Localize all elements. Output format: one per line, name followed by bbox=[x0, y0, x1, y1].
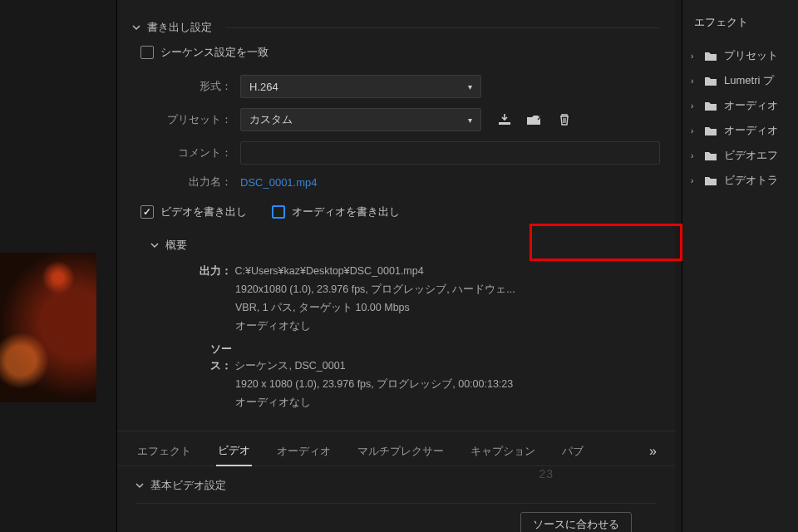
output-detail-2: VBR, 1 パス, ターゲット 10.00 Mbps bbox=[192, 299, 660, 316]
format-value: H.264 bbox=[249, 81, 278, 93]
summary-title: 概要 bbox=[165, 238, 187, 253]
folder-icon bbox=[704, 50, 717, 62]
export-settings-header[interactable]: 書き出し設定 bbox=[132, 20, 660, 35]
chevron-down-icon bbox=[132, 23, 140, 32]
tree-item-lumetri[interactable]: › Lumetri プ bbox=[682, 68, 798, 93]
chevron-right-icon: › bbox=[691, 101, 697, 111]
format-label: 形式： bbox=[132, 79, 240, 94]
tab-audio[interactable]: オーディオ bbox=[275, 437, 332, 466]
chevron-right-icon: › bbox=[691, 151, 697, 160]
export-video-checkbox[interactable] bbox=[140, 205, 154, 219]
tree-label: ビデオエフ bbox=[724, 148, 778, 163]
preview-thumbnail bbox=[0, 253, 96, 402]
tree-item-video-trans[interactable]: › ビデオトラ bbox=[682, 168, 798, 193]
comment-label: コメント： bbox=[132, 145, 240, 160]
basic-video-title: 基本ビデオ設定 bbox=[150, 478, 226, 493]
source-line-3: オーディオなし bbox=[192, 394, 660, 411]
tab-effects[interactable]: エフェクト bbox=[135, 437, 193, 466]
export-video-label: ビデオを書き出し bbox=[160, 204, 247, 219]
chevron-down-icon bbox=[150, 241, 159, 249]
source-heading: ソース： bbox=[192, 341, 232, 374]
save-preset-icon[interactable] bbox=[523, 110, 546, 130]
match-source-button[interactable]: ソースに合わせる bbox=[520, 512, 632, 532]
output-path: C:¥Users¥kaz¥Desktop¥DSC_0001.mp4 bbox=[234, 265, 423, 277]
match-sequence-label: シーケンス設定を一致 bbox=[160, 45, 268, 60]
tree-label: オーディオ bbox=[724, 98, 778, 113]
output-name-link[interactable]: DSC_0001.mp4 bbox=[240, 176, 318, 189]
output-detail-3: オーディオなし bbox=[192, 318, 660, 334]
tree-label: オーディオ bbox=[724, 123, 778, 138]
comment-input[interactable] bbox=[240, 141, 660, 165]
folder-icon bbox=[704, 125, 717, 136]
output-name-label: 出力名： bbox=[132, 175, 240, 190]
svg-rect-0 bbox=[499, 122, 510, 125]
effects-panel-title: エフェクト bbox=[682, 15, 798, 43]
export-audio-label: オーディオを書き出し bbox=[292, 204, 400, 219]
preset-label: プリセット： bbox=[132, 112, 240, 127]
import-preset-icon[interactable] bbox=[493, 110, 516, 130]
folder-icon bbox=[704, 100, 717, 111]
preset-value: カスタム bbox=[249, 112, 293, 127]
tree-item-video-fx[interactable]: › ビデオエフ bbox=[682, 143, 798, 168]
chevron-right-icon: › bbox=[691, 76, 697, 86]
output-detail-1: 1920x1080 (1.0), 23.976 fps, プログレッシブ, ハー… bbox=[192, 281, 660, 298]
tab-multiplexer[interactable]: マルチプレクサー bbox=[356, 437, 446, 466]
folder-icon bbox=[704, 150, 717, 161]
tree-item-audio-1[interactable]: › オーディオ bbox=[682, 93, 798, 118]
tab-captions[interactable]: キャプション bbox=[469, 437, 537, 466]
folder-icon bbox=[704, 175, 717, 186]
tab-publish[interactable]: パブ bbox=[560, 437, 585, 466]
tree-label: ビデオトラ bbox=[724, 173, 778, 188]
chevron-down-icon bbox=[135, 481, 144, 490]
chevron-down-icon: ▾ bbox=[468, 116, 472, 125]
export-audio-checkbox[interactable] bbox=[272, 205, 285, 219]
format-select[interactable]: H.264 ▾ bbox=[240, 75, 481, 98]
chevron-down-icon: ▾ bbox=[468, 82, 472, 91]
match-sequence-checkbox[interactable] bbox=[140, 46, 154, 59]
tree-label: プリセット bbox=[724, 48, 778, 63]
chevron-right-icon: › bbox=[691, 52, 697, 61]
delete-preset-icon[interactable] bbox=[553, 110, 576, 130]
source-line-2: 1920 x 1080 (1.0), 23.976 fps, プログレッシブ, … bbox=[192, 376, 660, 392]
source-line-1: シーケンス, DSC_0001 bbox=[234, 360, 345, 372]
tree-item-audio-2[interactable]: › オーディオ bbox=[682, 118, 798, 143]
ghost-timestamp: 23 bbox=[539, 467, 554, 480]
section-title: 書き出し設定 bbox=[147, 20, 212, 35]
tab-bar: エフェクト ビデオ オーディオ マルチプレクサー キャプション パブ » bbox=[117, 431, 675, 466]
basic-video-header[interactable]: 基本ビデオ設定 bbox=[135, 478, 657, 493]
tree-item-presets[interactable]: › プリセット bbox=[682, 43, 798, 68]
tree-label: Lumetri プ bbox=[724, 73, 774, 88]
tabs-overflow-icon[interactable]: » bbox=[649, 444, 657, 459]
chevron-right-icon: › bbox=[691, 126, 697, 135]
folder-icon bbox=[704, 75, 717, 86]
chevron-right-icon: › bbox=[691, 176, 697, 185]
preset-select[interactable]: カスタム ▾ bbox=[240, 108, 481, 131]
output-heading: 出力： bbox=[192, 263, 232, 279]
tab-video[interactable]: ビデオ bbox=[216, 436, 252, 466]
